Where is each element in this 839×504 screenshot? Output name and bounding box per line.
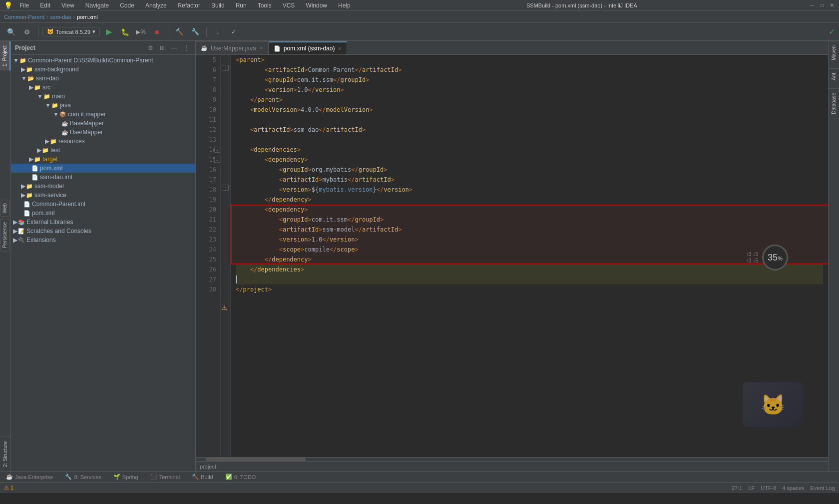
- code-line-8: <version>1.0</version>: [236, 85, 823, 95]
- item-label: Extensions: [26, 237, 56, 244]
- tab-ant[interactable]: Ant: [829, 68, 839, 84]
- list-item[interactable]: 📄 Common-Parent.iml: [11, 200, 195, 209]
- list-item[interactable]: ▶ 📁 resources: [11, 137, 195, 146]
- list-item[interactable]: ▶ 📁 ssm-background: [11, 65, 195, 74]
- gutter: - - ⚠: [221, 55, 231, 457]
- scratches-and-consoles[interactable]: ▶ 📝 Scratches and Consoles: [11, 227, 195, 236]
- bottom-bar: ☕ Java Enterprise 🔧 8: Services 🌱 Spring…: [0, 471, 839, 482]
- tab-java-enterprise[interactable]: ☕ Java Enterprise: [4, 474, 55, 480]
- tab-project[interactable]: 1: Project: [0, 41, 10, 70]
- tab-web[interactable]: Web: [0, 200, 9, 217]
- breadcrumb-item-2[interactable]: ssm-dao: [50, 14, 71, 20]
- list-item[interactable]: ▼ 📦 com.it.mapper: [11, 110, 195, 119]
- menu-build[interactable]: Build: [207, 1, 229, 10]
- breadcrumb-item-1[interactable]: Common-Parent: [4, 14, 44, 20]
- list-item[interactable]: ▶ 📚 External Libraries: [11, 218, 195, 227]
- tomcat-icon: 🐱: [47, 28, 54, 35]
- menu-vcs[interactable]: VCS: [279, 1, 299, 10]
- list-item[interactable]: ▶ 📁 ssm-service: [11, 191, 195, 200]
- run-button[interactable]: ▶: [102, 25, 116, 39]
- tab-terminal[interactable]: ⬛ Terminal: [148, 474, 182, 480]
- maximize-button[interactable]: □: [819, 2, 825, 8]
- list-item[interactable]: ▶ 📁 test: [11, 146, 195, 155]
- code-editor: 5 6 7 8 9 10 11 12 13 14 - 15 - 16 17 18…: [196, 55, 828, 457]
- menu-refactor[interactable]: Refactor: [174, 1, 204, 10]
- code-line-25: </dependency>: [236, 254, 823, 264]
- list-item[interactable]: ▶ 📁 src: [11, 83, 195, 92]
- list-item[interactable]: ▼ 📁 java: [11, 101, 195, 110]
- minimize-button[interactable]: ─: [809, 2, 815, 8]
- horizontal-scrollbar[interactable]: [196, 457, 828, 461]
- title-bar-title: SSMBuild - pom.xml (ssm-dao) - IntelliJ …: [526, 2, 637, 8]
- stop-button[interactable]: ■: [150, 25, 164, 39]
- debug-button[interactable]: 🐛: [118, 25, 132, 39]
- menu-analyze[interactable]: Analyze: [141, 1, 171, 10]
- list-item[interactable]: 📄 pom.xml: [11, 209, 195, 218]
- tomcat-selector[interactable]: 🐱 Tomcat 8.5.29 ▾: [42, 27, 100, 36]
- settings-icon[interactable]: ⚙: [20, 25, 34, 39]
- toolbar-right: ✓: [829, 27, 835, 36]
- code-line-10: <modelVersion>4.0.0</modelVersion>: [236, 105, 823, 115]
- panel-collapse-icon[interactable]: —: [169, 43, 179, 53]
- list-item[interactable]: 📄 pom.xml: [11, 164, 195, 173]
- folder-icon: 📁: [33, 83, 41, 91]
- vcs-commit-button[interactable]: ✓: [227, 25, 241, 39]
- search-everywhere-icon[interactable]: 🔍: [4, 25, 18, 39]
- status-indent[interactable]: 4 spaces: [782, 485, 804, 491]
- event-log[interactable]: Event Log: [810, 485, 835, 491]
- menu-view[interactable]: View: [57, 1, 78, 10]
- tab-close-icon[interactable]: ✕: [338, 46, 342, 51]
- tree-root[interactable]: ▼ 📁 Common-Parent D:\SSMBuild\Common-Par…: [11, 56, 195, 65]
- tab-spring[interactable]: 🌱 Spring: [111, 474, 140, 480]
- tab-usermapper[interactable]: ☕ UserMapper.java ✕: [196, 41, 269, 54]
- tab-todo[interactable]: ✅ 6: TODO: [223, 474, 258, 480]
- run-with-coverage-button[interactable]: ▶%: [134, 25, 148, 39]
- rebuild-button[interactable]: 🔧: [188, 25, 202, 39]
- tab-structure[interactable]: 2: Structure: [0, 437, 10, 471]
- code-line-26: </dependencies>: [236, 264, 823, 274]
- menu-navigate[interactable]: Navigate: [81, 1, 113, 10]
- list-item[interactable]: ☕ UserMapper: [11, 128, 195, 137]
- tab-build[interactable]: 🔨 Build: [190, 474, 215, 480]
- code-line-12: <artifactId>ssm-dao</artifactId>: [236, 125, 823, 135]
- list-item[interactable]: ☕ BaseMapper: [11, 119, 195, 128]
- folder-icon: 📁: [25, 191, 33, 199]
- breadcrumb-sep-2: ›: [73, 14, 75, 20]
- menu-window[interactable]: Window: [302, 1, 331, 10]
- list-item[interactable]: ▼ 📂 ssm-dao: [11, 74, 195, 83]
- panel-settings-icon[interactable]: ⚙: [145, 43, 155, 53]
- list-item[interactable]: ▶ 📁 ssm-model: [11, 182, 195, 191]
- menu-edit[interactable]: Edit: [36, 1, 54, 10]
- toolbar-sep-2: [168, 27, 168, 37]
- build-project-button[interactable]: 🔨: [172, 25, 186, 39]
- menu-help[interactable]: Help: [334, 1, 355, 10]
- list-item[interactable]: ▶ 🔌 Extensions: [11, 236, 195, 245]
- list-item[interactable]: 📄 ssm-dao.iml: [11, 173, 195, 182]
- panel-gear-icon[interactable]: ⋮: [181, 43, 191, 53]
- close-button[interactable]: ✕: [829, 2, 835, 8]
- status-lf[interactable]: LF: [748, 485, 755, 491]
- ext-icon: 🔌: [17, 236, 25, 244]
- list-item[interactable]: ▼ 📁 main: [11, 92, 195, 101]
- panel-expand-icon[interactable]: ⊞: [157, 43, 167, 53]
- list-item[interactable]: ▶ 📁 target: [11, 155, 195, 164]
- tab-maven[interactable]: Maven: [829, 41, 839, 64]
- breadcrumb-sep-1: ›: [46, 14, 48, 20]
- vcs-update-button[interactable]: ↓: [211, 25, 225, 39]
- menu-tools[interactable]: Tools: [254, 1, 276, 10]
- item-label: Common-Parent.iml: [32, 201, 85, 208]
- tab-database[interactable]: Database: [829, 88, 839, 118]
- menu-code[interactable]: Code: [116, 1, 138, 10]
- code-line-19: </dependency>: [236, 195, 823, 205]
- tab-services[interactable]: 🔧 8: Services: [63, 474, 103, 480]
- tab-close-icon[interactable]: ✕: [259, 45, 263, 51]
- status-line-col[interactable]: 27:1: [732, 485, 742, 491]
- menu-run[interactable]: Run: [232, 1, 251, 10]
- menu-file[interactable]: File: [15, 1, 33, 10]
- status-encoding[interactable]: UTF-8: [761, 485, 776, 491]
- code-content[interactable]: <parent> <artifactId>Common-Parent</arti…: [231, 55, 828, 457]
- tab-pom-xml[interactable]: 📄 pom.xml (ssm-dao) ✕: [269, 41, 348, 54]
- yellow-folder-icon: 📁: [33, 155, 41, 163]
- code-line-27: [236, 274, 823, 284]
- tab-persistence[interactable]: Persistence: [0, 219, 9, 252]
